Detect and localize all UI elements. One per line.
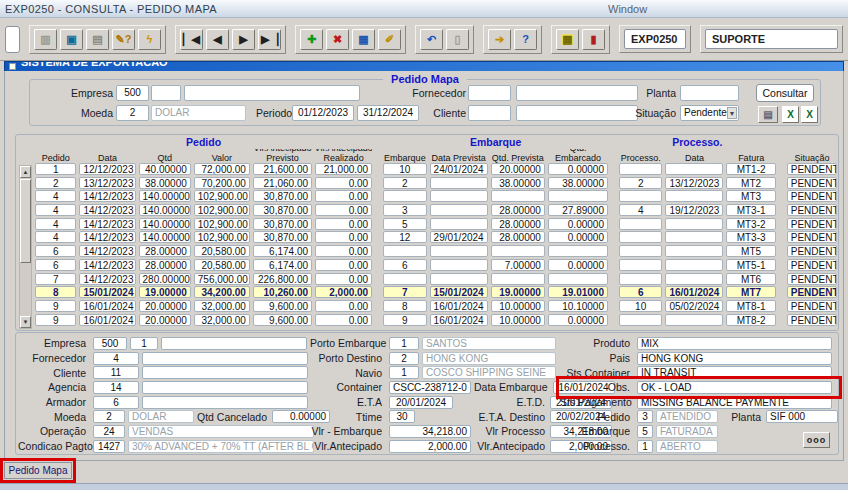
grid-cell[interactable]: 32,000.00 [194,300,250,312]
grid-cell[interactable] [665,314,723,326]
grid-cell[interactable]: 8 [383,300,426,312]
grid-cell[interactable]: 140.00000 [139,190,191,202]
navio-field-1[interactable]: COSCO SHIPPING SEINE [422,366,556,379]
grid-cell[interactable]: 7 [35,273,76,285]
grid-cell[interactable]: 20,580.00 [194,245,250,257]
grid-cell[interactable] [619,190,662,202]
sts-pagamento-field-0[interactable]: MISSING BALANCE PAYMENTE [637,396,832,409]
grid-cell[interactable]: MT5 [726,245,775,257]
empresa-field-2[interactable] [161,337,307,350]
grid-cell[interactable]: 16/01/2024 [79,300,135,312]
grid-cell[interactable]: MT3-2 [726,218,775,230]
grid-cell[interactable]: MT8-2 [726,314,775,326]
fornecedor-filter-code[interactable] [468,85,511,101]
grid-cell[interactable]: 20.00000 [139,314,191,326]
grid-cell[interactable]: 10.10000 [548,300,608,312]
grid-cell[interactable]: MT7 [726,286,775,298]
grid-cell[interactable]: 70,200.00 [194,177,250,189]
grid-cell[interactable]: 27.89000 [548,204,608,216]
grid-cell[interactable]: MT5-1 [726,259,775,271]
grid-cell[interactable]: 14/12/2023 [79,259,135,271]
grid-cell[interactable]: 24/01/2024 [430,163,488,175]
cliente-filter-desc[interactable] [516,105,638,121]
grid-cell[interactable]: 0.00 [315,190,372,202]
porto-destino-field-1[interactable]: HONG KONG [422,352,556,365]
grid-cell[interactable]: 21,000.00 [315,163,372,175]
grid-cell[interactable]: 10 [383,163,426,175]
grid-cell[interactable]: MT1-2 [726,163,775,175]
condicao-pagto-field-0[interactable]: 1427 [93,440,125,453]
cliente-field-1[interactable] [142,366,308,379]
grid-cell[interactable]: MT6 [726,273,775,285]
porto-destino-field-0[interactable]: 2 [389,352,419,365]
schedule-button[interactable]: ▦ [556,29,579,50]
grid-cell[interactable]: 2 [619,177,662,189]
program-code-field[interactable]: EXP0250 [624,29,686,49]
grid-cell[interactable]: 10.00000 [491,300,545,312]
grid-cell[interactable]: 14/12/2023 [79,231,135,243]
condicao-pagto-field-1[interactable]: 30% ADVANCED + 70% TT (AFTER BL COPY) [128,440,314,453]
grid-cell[interactable]: 102,900.00 [194,231,250,243]
grid-cell[interactable]: PENDENTE [787,163,837,175]
grid-cell[interactable]: 38.00000 [491,177,545,189]
sts-container-field-0[interactable]: IN TRANSIT [637,366,832,379]
grid-cell[interactable]: 4 [35,190,76,202]
grid-cell[interactable]: PENDENTE [787,231,837,243]
grid-cell[interactable]: 4 [35,231,76,243]
grid-cell[interactable] [548,273,608,285]
grid-cell[interactable] [430,204,488,216]
edit-help-button[interactable]: ✎? [112,29,135,50]
grid-cell[interactable]: MT3-3 [726,231,775,243]
grid-cell[interactable] [430,177,488,189]
grid-cell[interactable]: 28.00000 [491,218,545,230]
nav-last-button[interactable]: ▶▕ [258,29,281,50]
grid-cell[interactable]: 20.00000 [139,300,191,312]
grid-cell[interactable]: 0.00 [315,273,372,285]
grid-cell[interactable]: 16/01/2024 [430,300,488,312]
user-field[interactable]: SUPORTE [705,29,838,49]
grid-cell[interactable]: 4 [619,204,662,216]
add-button[interactable]: ✚ [300,29,323,50]
grid-cell[interactable]: 0.00000 [548,314,608,326]
grid-cell[interactable]: PENDENTE [787,259,837,271]
grid-cell[interactable]: 16/01/2024 [430,314,488,326]
grid-cell[interactable]: 14/12/2023 [79,245,135,257]
grid-cell[interactable] [491,245,545,257]
grid-cell[interactable]: 0.00000 [548,218,608,230]
produto-field-0[interactable]: MIX [637,337,832,350]
grid-cell[interactable]: 28.00000 [491,231,545,243]
grid-cell[interactable]: 38.00000 [139,177,191,189]
grid-cell[interactable] [548,245,608,257]
grid-cell[interactable]: 21,600.00 [253,163,312,175]
grid-cell[interactable]: PENDENTE [787,177,837,189]
grid-cell[interactable]: 3 [383,204,426,216]
grid-cell[interactable] [665,245,723,257]
grid-cell[interactable]: 6 [383,259,426,271]
grid-cell[interactable]: 14/12/2023 [79,190,135,202]
grid-cell[interactable]: MT2 [726,177,775,189]
horn-button[interactable]: ➔ [488,29,511,50]
grid-cell[interactable]: 19.00000 [491,286,545,298]
grid-cell[interactable]: 0.00000 [548,231,608,243]
options-button[interactable]: ooo [803,432,830,448]
grid-cell[interactable]: 2 [383,177,426,189]
empresa-filter-code2[interactable] [151,85,181,101]
obs-field-0[interactable]: OK - LOAD [637,381,832,394]
grid-cell[interactable]: 72,000.00 [194,163,250,175]
cliente-filter-code[interactable] [468,105,511,121]
grid-cell[interactable]: 12 [383,231,426,243]
grid-cell[interactable]: 30,870.00 [253,218,312,230]
grid-cell[interactable]: 20.00000 [491,163,545,175]
grid-cell[interactable]: 0.00 [315,204,372,216]
grid-cell[interactable]: 140.00000 [139,231,191,243]
grid-cell[interactable] [548,190,608,202]
grid-cell[interactable] [665,163,723,175]
empresa-filter-desc[interactable] [184,85,360,101]
grid-cell[interactable]: 0.00 [315,300,372,312]
grid-cell[interactable] [665,190,723,202]
scroll-up-icon[interactable]: ▲ [20,166,31,178]
grid-cell[interactable]: 6,174.00 [253,245,312,257]
grid-cell[interactable]: 4 [35,204,76,216]
operacao-field-1[interactable]: VENDAS [128,425,314,438]
processo-status-field-1[interactable]: ABERTO [656,440,718,453]
